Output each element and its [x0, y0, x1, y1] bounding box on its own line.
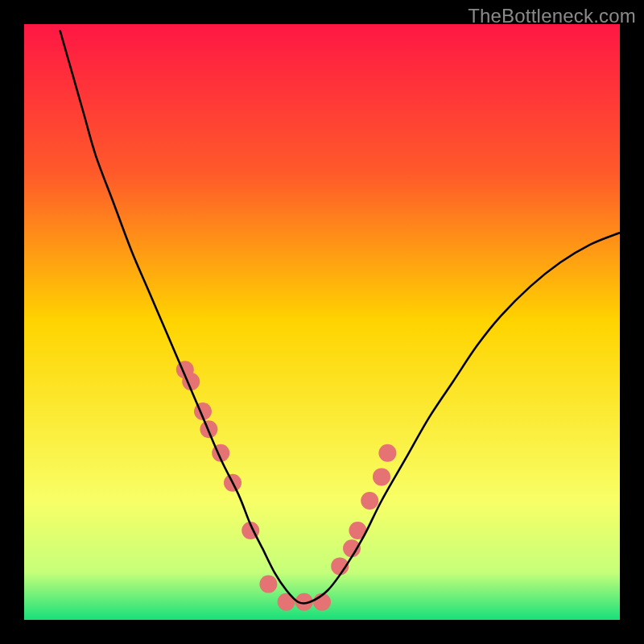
marker-point	[259, 576, 277, 593]
marker-point	[378, 444, 396, 462]
plot-background	[24, 24, 620, 620]
chart-container: TheBottleneck.com	[0, 0, 644, 644]
bottleneck-plot	[24, 24, 620, 620]
marker-point	[361, 492, 378, 510]
marker-point	[373, 468, 390, 485]
